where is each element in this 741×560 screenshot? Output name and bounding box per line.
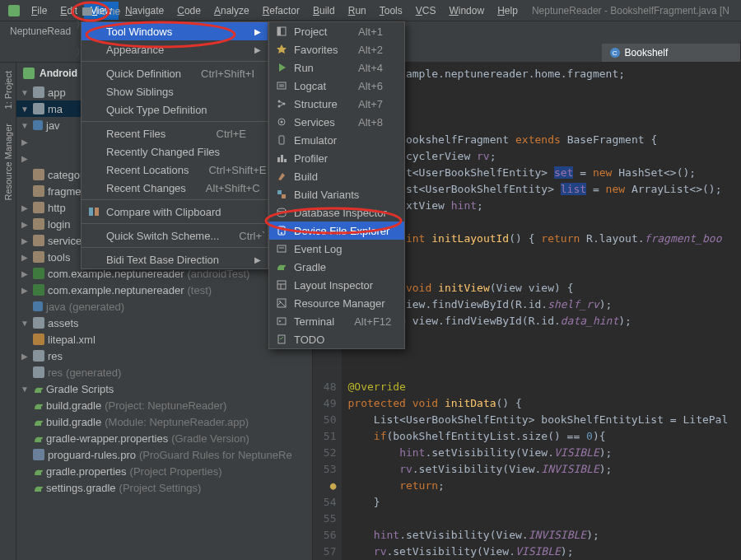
chevron-right-icon[interactable]	[20, 269, 30, 278]
menu-shortcut: Alt+4	[338, 62, 383, 74]
chevron-down-icon[interactable]	[20, 105, 30, 114]
menu-item-quick-switch-scheme-[interactable]: Quick Switch Scheme...Ctrl+`	[82, 226, 268, 245]
menu-item-help[interactable]: Help	[491, 2, 524, 20]
chevron-right-icon[interactable]	[20, 138, 30, 147]
toolwindow-item-build-variants[interactable]: Build Variants	[269, 185, 404, 203]
chevron-right-icon[interactable]	[20, 236, 30, 245]
menu-shortcut: Alt+6	[338, 80, 383, 92]
tool-windows-submenu-popup: ProjectAlt+1FavoritesAlt+2RunAlt+4Logcat…	[268, 21, 405, 349]
tree-label-suffix: (generated)	[66, 366, 121, 379]
tree-label: res	[48, 366, 63, 379]
run-icon	[276, 62, 287, 73]
window-title: NeptuneReader - BookshelfFragment.java […	[532, 5, 738, 16]
menu-item-window[interactable]: Window	[442, 2, 491, 20]
gradle-icon	[33, 400, 43, 410]
svg-rect-26	[278, 335, 285, 343]
chevron-right-icon[interactable]	[20, 220, 30, 229]
code-line: }	[348, 496, 380, 508]
menu-item-label: Recent Changes	[106, 182, 186, 194]
menu-item-analyze[interactable]: Analyze	[207, 2, 256, 20]
toolwindow-item-project[interactable]: ProjectAlt+1	[269, 22, 404, 40]
gutter-line-number: 50	[313, 412, 337, 428]
menu-item-refactor[interactable]: Refactor	[256, 2, 306, 20]
menu-item-bidi-text-base-direction[interactable]: Bidi Text Base Direction▶	[82, 250, 268, 268]
menu-item-recently-changed-files[interactable]: Recently Changed Files	[82, 142, 268, 161]
chevron-down-icon[interactable]	[20, 121, 30, 130]
chevron-right-icon[interactable]	[20, 203, 30, 212]
tree-label: ma	[48, 103, 63, 115]
toolwindow-item-favorites[interactable]: FavoritesAlt+2	[269, 40, 404, 58]
toolwindow-item-device-file-explorer[interactable]: Device File Explorer	[269, 222, 404, 240]
chevron-right-icon[interactable]	[20, 286, 30, 295]
tool-tab-project[interactable]: 1: Project	[2, 66, 15, 114]
menu-item-label: Build	[294, 170, 318, 183]
toolwindow-item-gradle[interactable]: Gradle	[269, 258, 404, 276]
gutter-line-number: 48	[313, 379, 337, 395]
code-line: protected void initData() {	[348, 397, 522, 409]
breadcrumb-label: home	[96, 6, 120, 17]
menu-item-label: Quick Definition	[106, 68, 181, 80]
toolwindow-item-logcat[interactable]: LogcatAlt+6	[269, 77, 404, 95]
toolwindow-item-terminal[interactable]: TerminalAlt+F12	[269, 312, 404, 330]
toolwindow-item-layout-inspector[interactable]: Layout Inspector	[269, 276, 404, 294]
menu-item-recent-files[interactable]: Recent FilesCtrl+E	[82, 124, 268, 142]
menu-item-appearance[interactable]: Appearance▶	[82, 40, 268, 58]
breadcrumb-home[interactable]: home	[76, 5, 187, 18]
toolwindow-item-todo[interactable]: TODO	[269, 330, 404, 348]
toolwindow-item-event-log[interactable]: Event Log	[269, 240, 404, 258]
chevron-down-icon[interactable]	[20, 385, 30, 394]
gutter-line-number: 57	[313, 544, 337, 560]
tree-row[interactable]: proguard-rules.pro (ProGuard Rules for N…	[16, 446, 312, 463]
menu-item-quick-definition[interactable]: Quick DefinitionCtrl+Shift+I	[82, 64, 268, 82]
menu-item-tools[interactable]: Tools	[373, 2, 409, 20]
package-icon	[33, 235, 44, 246]
tree-label: Gradle Scripts	[46, 383, 114, 395]
menu-item-recent-locations[interactable]: Recent LocationsCtrl+Shift+E	[82, 161, 268, 179]
menu-item-tool-windows[interactable]: Tool Windows▶	[82, 22, 268, 40]
toolwindow-item-structure[interactable]: StructureAlt+7	[269, 95, 404, 113]
toolwindow-item-services[interactable]: ServicesAlt+8	[269, 113, 404, 131]
tree-row[interactable]: settings.gradle (Project Settings)	[16, 479, 312, 496]
emulator-icon	[276, 134, 287, 146]
menu-item-quick-type-definition[interactable]: Quick Type Definition	[82, 100, 268, 119]
toolwindow-item-database-inspector[interactable]: Database Inspector	[269, 203, 404, 222]
tree-row[interactable]: build.gradle (Module: NeptuneReader.app)	[16, 413, 312, 430]
toolwindow-item-profiler[interactable]: Profiler	[269, 149, 404, 167]
project-name[interactable]: NeptuneRead	[10, 26, 71, 37]
menu-item-label: TODO	[294, 334, 324, 346]
tree-row[interactable]: gradle.properties (Project Properties)	[16, 463, 312, 479]
tree-row[interactable]: build.gradle (Project: NeptuneReader)	[16, 397, 312, 413]
menu-item-file[interactable]: File	[25, 2, 54, 20]
menu-item-run[interactable]: Run	[342, 2, 373, 20]
terminal-icon	[276, 315, 287, 327]
tool-tab-resource-manager[interactable]: Resource Manager	[2, 119, 15, 206]
chevron-right-icon[interactable]	[20, 352, 30, 361]
package-icon	[33, 218, 44, 230]
menu-item-label: Project	[294, 26, 327, 38]
menu-item-show-siblings[interactable]: Show Siblings	[82, 82, 268, 100]
tree-row[interactable]: res (generated)	[16, 364, 312, 380]
menu-item-recent-changes[interactable]: Recent ChangesAlt+Shift+C	[82, 179, 268, 197]
tree-row[interactable]: res	[16, 348, 312, 364]
chevron-right-icon[interactable]	[20, 253, 30, 262]
toolwindow-item-emulator[interactable]: Emulator	[269, 131, 404, 149]
toolwindow-item-resource-manager[interactable]: Resource Manager	[269, 294, 404, 312]
chevron-right-icon[interactable]	[20, 154, 30, 163]
tree-label: proguard-rules.pro	[48, 449, 136, 461]
toolwindow-item-build[interactable]: Build	[269, 167, 404, 185]
srcroot-icon	[33, 120, 43, 130]
menu-item-label: Favorites	[294, 44, 338, 56]
tree-row[interactable]: Gradle Scripts	[16, 380, 312, 397]
chevron-down-icon[interactable]	[20, 88, 30, 97]
project-icon	[276, 26, 287, 37]
gradle-icon	[33, 384, 43, 394]
menu-item-build[interactable]: Build	[306, 2, 342, 20]
toolwindow-item-run[interactable]: RunAlt+4	[269, 58, 404, 77]
tree-label: build.gradle	[46, 399, 101, 412]
chevron-down-icon[interactable]	[20, 319, 30, 328]
project-view-selector[interactable]: Android	[40, 68, 77, 79]
menu-item-compare-with-clipboard[interactable]: Compare with Clipboard	[82, 203, 268, 221]
editor-tab[interactable]: CBookshelf	[602, 44, 741, 62]
menu-item-vcs[interactable]: VCS	[409, 2, 443, 20]
tree-row[interactable]: gradle-wrapper.properties (Gradle Versio…	[16, 430, 312, 446]
